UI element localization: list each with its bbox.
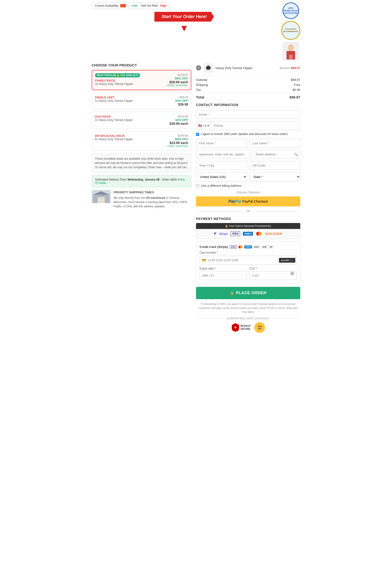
sms-label: I agree to receive SMS order updates and… (201, 132, 288, 136)
product-title-summary: Heavy Duty Toenail Clipper (216, 66, 277, 70)
autofill-button[interactable]: Autofill link (279, 258, 295, 263)
product-option-single[interactable]: $59.99 33% OFF $39.99 SINGLE UNIT 1x Hea… (92, 93, 191, 109)
flag-emoji: 🇺🇸 (198, 124, 202, 127)
subtotal-label: Subtotal (196, 78, 208, 82)
cvc-help-icon[interactable]: ? (290, 271, 294, 276)
brand-discover-icon: DISCOVER (265, 232, 282, 236)
svg-text:M: M (234, 326, 236, 329)
contact-title: CONTACT INFORMATION (196, 103, 300, 107)
phone-input[interactable] (211, 121, 300, 130)
tax-label: Tax (196, 88, 201, 92)
country-state-row: United States (US) State * (196, 172, 300, 181)
availability-indicator (120, 4, 130, 7)
money-back-badge: 100%MONEY-BACKGUARANTEE (282, 2, 299, 19)
delivery-within: . Order within (160, 178, 177, 181)
city-zip-row (196, 161, 300, 170)
mini-disc: DISC (253, 245, 260, 249)
address-row: 🔍 (196, 150, 300, 159)
discount-dr: 60% OFF (166, 137, 188, 141)
product-pricing-single: $59.99 33% OFF $39.99 (175, 96, 188, 106)
product-pricing-family: $179.97 50% OFF $29.99 each +FREE SHIPPI… (166, 73, 188, 87)
arrow-down-icon: ▼ (92, 23, 276, 34)
brand-amex-icon: AMEX (243, 232, 253, 236)
lock-icon: 🔒 (230, 291, 234, 295)
brand-stripe-icon: Stripe (219, 232, 228, 236)
choose-title: CHOOSE YOUR PRODUCT (92, 63, 191, 67)
subtotal-row: Subtotal $89.97 (196, 78, 300, 82)
mini-brands: VISA AMEX DISC JCB UP (230, 245, 274, 249)
paypal-button[interactable]: PayPal PayPal Checkout (196, 196, 300, 206)
paypal-checkout-label: PayPal Checkout (242, 199, 268, 203)
place-order-button[interactable]: 🔒 PLACE ORDER (196, 287, 300, 299)
svg-point-10 (258, 232, 262, 236)
autofill-link: link (290, 259, 294, 262)
billing-label: Use a different billing address (201, 184, 242, 187)
product-step-badge: 3 (196, 65, 201, 71)
new-price-summary: $89.97 (291, 66, 300, 70)
secure-bar: 🔒 Your Card is Securely Processed by: (196, 223, 300, 229)
product-option-family[interactable]: $179.97 50% OFF $29.99 each +FREE SHIPPI… (92, 70, 191, 90)
phone-country-selector[interactable]: 🇺🇸 +1 ▾ (196, 121, 211, 130)
brand-mc-icon (256, 231, 262, 236)
original-price-single: $59.99 (175, 96, 188, 99)
product-option-duo[interactable]: $119.98 33% OFF $39.99 each DUO PACK 2x … (92, 112, 191, 129)
delivery-label: Estimated Delivery Time: (95, 178, 127, 181)
mcafee-badge: M McAfee®SECURE (231, 323, 251, 332)
card-section: Credit Card (Stripe) VISA AMEX DISC JCB … (196, 241, 300, 283)
place-order-label: PLACE ORDER (236, 291, 266, 295)
cvc-input[interactable] (249, 271, 297, 280)
mcafee-text: McAfee®SECURE (240, 324, 251, 331)
product-desc-single: 1x Heavy Duty Toenail Clipper (95, 99, 188, 103)
mini-amex: AMEX (244, 245, 252, 248)
shipping-label: Shipping (196, 83, 208, 87)
warehouse-image (92, 190, 111, 203)
most-popular-badge: MOST POPULAR ⭐ YOU SAVE $179 (95, 73, 140, 77)
product-prices-summary: $179.97 $89.97 (280, 66, 300, 70)
trust-badges-row: M McAfee®SECURE PayPal (196, 322, 300, 333)
price-family: $29.99 each (166, 80, 188, 84)
zip-field[interactable] (249, 161, 300, 170)
price-dr: $23.99 each (166, 141, 188, 145)
price-duo: $39.99 each (170, 122, 188, 126)
apt-field[interactable] (196, 150, 250, 159)
stock-notice: These incredible deals are available onl… (92, 153, 191, 172)
original-price-dr: $299.95 (166, 134, 188, 137)
priority-text1: We ship directly from our (114, 196, 146, 199)
freeship-family: +FREE SHIPPING (166, 84, 188, 87)
street-search-icon[interactable]: 🔍 (294, 153, 298, 156)
phone-code: +1 (203, 124, 206, 127)
priority-title: PRIORITY SHIPPING TIMES (114, 190, 191, 195)
total-row: Total $89.97 (196, 93, 300, 99)
country-select[interactable]: United States (US) (196, 172, 247, 181)
availability-label: Current Availability (95, 4, 118, 7)
first-name-field[interactable] (196, 139, 247, 148)
expiry-input[interactable] (200, 271, 247, 280)
city-field[interactable] (196, 161, 247, 170)
autofill-text: Autofill (281, 259, 289, 262)
start-order-button[interactable]: Start Your Order Here! (154, 12, 214, 22)
sms-checkbox-row: I agree to receive SMS order updates and… (196, 132, 300, 136)
safe-checkout-divider: GUARANTEED SAFE CHECKOUT (196, 317, 300, 320)
billing-check-row: Use a different billing address (196, 184, 300, 187)
product-pricing-duo: $119.98 33% OFF $39.99 each (170, 115, 188, 126)
svg-rect-6 (98, 197, 105, 203)
svg-point-0 (288, 44, 294, 51)
last-name-field[interactable] (249, 139, 300, 148)
order-product-line: 3 Heavy Duty Toenail Clipper $179.97 $89… (196, 63, 300, 73)
priority-text: PRIORITY SHIPPING TIMES We ship directly… (114, 190, 191, 208)
doctor-image (282, 42, 299, 61)
product-option-dr[interactable]: $299.95 60% OFF $23.99 each +FREE SHIPPI… (92, 131, 191, 151)
product-name-single: SINGLE UNIT (95, 96, 188, 99)
email-field[interactable] (196, 110, 300, 119)
brand-visa-icon: VISA (230, 231, 240, 236)
original-price-duo: $119.98 (170, 115, 188, 118)
freeship-dr: +FREE SHIPPING (166, 145, 188, 148)
state-select[interactable]: State * (249, 172, 300, 181)
sms-checkbox[interactable] (196, 133, 199, 136)
card-number-wrapper: 💳 Autofill link (200, 256, 297, 264)
billing-checkbox[interactable] (196, 184, 199, 187)
subtotal-value: $89.97 (291, 78, 300, 82)
name-row (196, 139, 300, 148)
street-field[interactable] (252, 150, 300, 159)
mini-up: UP (268, 245, 274, 249)
